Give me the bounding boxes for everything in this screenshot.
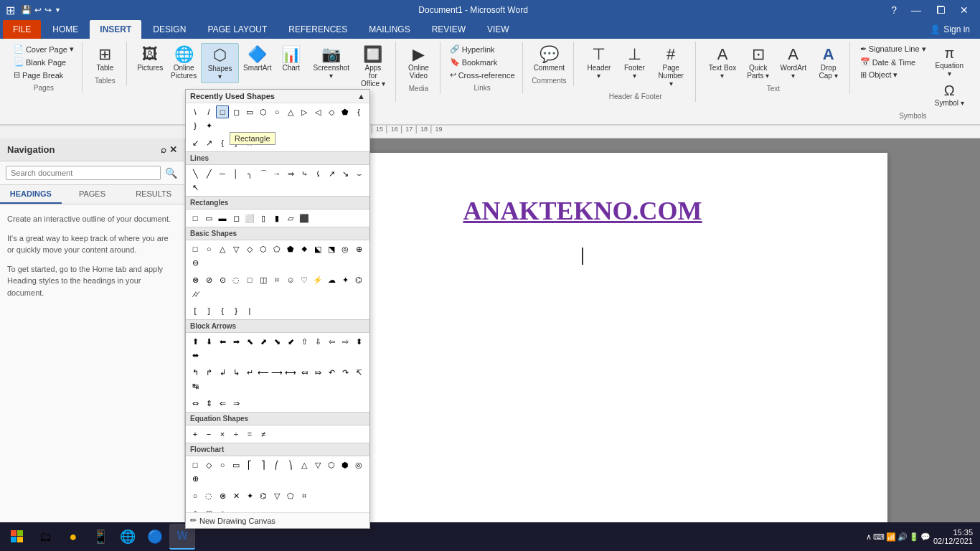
- shape-item[interactable]: ▷: [298, 105, 311, 118]
- shape-rect[interactable]: ▬: [216, 212, 229, 225]
- shape-flow[interactable]: ◎: [352, 458, 365, 471]
- shape-arrow[interactable]: ⬆: [189, 335, 202, 348]
- shape-flow[interactable]: ◇: [189, 507, 202, 512]
- shape-arrow[interactable]: ⇔: [189, 397, 202, 410]
- shape-basic[interactable]: ▽: [230, 242, 242, 255]
- shape-flow[interactable]: ⎞: [284, 458, 297, 471]
- shape-arrow[interactable]: ↲: [216, 366, 229, 379]
- shape-line[interactable]: ⤹: [311, 167, 324, 180]
- shape-arrow[interactable]: ↳: [230, 366, 242, 379]
- nav-close-btn[interactable]: ✕: [169, 144, 177, 155]
- shape-flow[interactable]: ⎛: [270, 458, 283, 471]
- tray-arrow-icon[interactable]: ∧: [866, 532, 872, 542]
- shape-arrow[interactable]: ⇧: [298, 335, 311, 348]
- taskbar-whatsapp[interactable]: 📱: [88, 524, 113, 550]
- symbol-btn[interactable]: Ω Symbol ▾: [930, 80, 969, 109]
- system-clock[interactable]: 15:35 02/12/2021: [933, 528, 973, 545]
- shape-basic[interactable]: ◎: [339, 242, 352, 255]
- tab-file[interactable]: FILE: [3, 20, 41, 39]
- shape-arrow[interactable]: ↸: [352, 366, 365, 379]
- maximize-btn[interactable]: ⧠: [930, 4, 951, 16]
- search-input[interactable]: [6, 166, 161, 180]
- shape-arrow[interactable]: ⇕: [202, 397, 215, 410]
- shape-eq[interactable]: −: [202, 428, 215, 441]
- shape-basic[interactable]: ⊗: [189, 273, 202, 286]
- shape-arrow[interactable]: ↵: [243, 366, 256, 379]
- shape-basic[interactable]: ○: [202, 242, 215, 255]
- comment-btn[interactable]: 💬 Comment: [530, 43, 568, 74]
- shapes-scroll-area[interactable]: \ / □ ◻ ▭ ⬡ ○ △ ▷ ◁ ◇ ⬟ { } ✦ ↙ ↗ { } ★ …: [186, 103, 369, 512]
- online-video-btn[interactable]: ▶ OnlineVideo: [403, 43, 433, 82]
- shape-basic[interactable]: ⯁: [298, 242, 311, 255]
- date-time-btn[interactable]: 📅 Date & Time: [857, 56, 929, 68]
- shape-flow[interactable]: ▽: [270, 489, 283, 502]
- shape-line[interactable]: ╱: [202, 167, 215, 180]
- shape-arrow[interactable]: ⬍: [352, 335, 365, 348]
- tab-mailings[interactable]: MAILINGS: [359, 20, 420, 39]
- shape-item[interactable]: ◇: [325, 105, 338, 118]
- shape-basic[interactable]: ◌: [230, 273, 242, 286]
- shape-arrow[interactable]: ⟶: [270, 366, 283, 379]
- tray-network-icon[interactable]: 📶: [886, 532, 896, 542]
- shape-basic[interactable]: ◇: [243, 242, 256, 255]
- shape-basic[interactable]: ◫: [257, 273, 270, 286]
- shape-arrow[interactable]: ⟷: [284, 366, 297, 379]
- close-btn[interactable]: ✕: [954, 4, 974, 16]
- bookmark-btn[interactable]: 🔖 Bookmark: [447, 56, 518, 68]
- shape-basic[interactable]: ⊖: [189, 256, 202, 269]
- taskbar-chrome[interactable]: 🌐: [115, 524, 141, 550]
- shape-flow[interactable]: ⊕: [189, 472, 202, 485]
- shape-arrow[interactable]: ⇨: [339, 335, 352, 348]
- cross-ref-btn[interactable]: ↩ Cross-reference: [447, 69, 518, 81]
- shape-basic[interactable]: □: [189, 242, 202, 255]
- taskbar-chrome-2[interactable]: 🔵: [142, 524, 168, 550]
- shape-arrow[interactable]: ↹: [189, 380, 202, 392]
- header-btn[interactable]: ⊤ Header ▾: [581, 43, 616, 82]
- shape-basic[interactable]: ⬕: [311, 242, 324, 255]
- shape-arrow[interactable]: ⬉: [243, 335, 256, 348]
- shape-arrow[interactable]: ⬅: [216, 335, 229, 348]
- shape-rectangle[interactable]: □: [216, 105, 229, 118]
- shape-flow[interactable]: ⌗: [298, 489, 311, 502]
- shape-rect[interactable]: □: [189, 212, 202, 225]
- shape-item[interactable]: △: [284, 105, 297, 118]
- tray-keyboard-icon[interactable]: ⌨: [873, 532, 885, 542]
- shape-flow[interactable]: ⬡: [325, 458, 338, 471]
- shape-item[interactable]: ⬡: [257, 105, 270, 118]
- shape-flow[interactable]: ✕: [230, 489, 242, 502]
- tray-notification-icon[interactable]: 💬: [920, 532, 930, 542]
- online-pictures-btn[interactable]: 🌐 OnlinePictures: [168, 43, 200, 82]
- search-btn[interactable]: 🔍: [164, 166, 179, 180]
- page-number-btn[interactable]: # PageNumber ▾: [652, 43, 689, 90]
- shape-flow[interactable]: ⬢: [339, 458, 352, 471]
- new-drawing-canvas-btn[interactable]: ✏ New Drawing Canvas: [186, 512, 369, 528]
- shape-arrow[interactable]: ⤇: [311, 366, 324, 379]
- shape-flow[interactable]: □: [189, 458, 202, 471]
- shape-eq[interactable]: ×: [216, 428, 229, 441]
- tab-references[interactable]: REFERENCES: [278, 20, 357, 39]
- save-btn[interactable]: 💾: [21, 5, 32, 15]
- object-btn[interactable]: ⊞ Object ▾: [857, 69, 929, 81]
- shape-basic[interactable]: {: [216, 304, 229, 317]
- screenshot-btn[interactable]: 📷 Screenshot ▾: [308, 43, 355, 82]
- tab-results[interactable]: RESULTS: [123, 185, 184, 204]
- shape-flow[interactable]: ○: [189, 489, 202, 502]
- taskbar-file-explorer[interactable]: 🗂: [33, 524, 59, 550]
- shape-basic[interactable]: ⚡: [311, 273, 324, 286]
- shape-flow[interactable]: ▭: [230, 458, 242, 471]
- shape-item[interactable]: ✦: [202, 119, 215, 132]
- shape-arrow[interactable]: ↰: [189, 366, 202, 379]
- shape-basic[interactable]: ♡: [298, 273, 311, 286]
- shape-flow[interactable]: ◻: [202, 507, 215, 512]
- shape-flow[interactable]: ○: [216, 507, 229, 512]
- shape-basic[interactable]: ⌗: [270, 273, 283, 286]
- equation-btn[interactable]: π Equation ▾: [930, 43, 969, 80]
- tab-headings[interactable]: HEADINGS: [0, 185, 62, 204]
- shape-line[interactable]: ⇒: [284, 167, 297, 180]
- shape-flow[interactable]: ⬠: [284, 489, 297, 502]
- shape-item[interactable]: ⬟: [339, 105, 352, 118]
- help-btn[interactable]: ?: [885, 4, 903, 16]
- shape-line[interactable]: ⌒: [257, 167, 270, 180]
- shape-basic[interactable]: ☁: [325, 273, 338, 286]
- shape-line[interactable]: ↗: [325, 167, 338, 180]
